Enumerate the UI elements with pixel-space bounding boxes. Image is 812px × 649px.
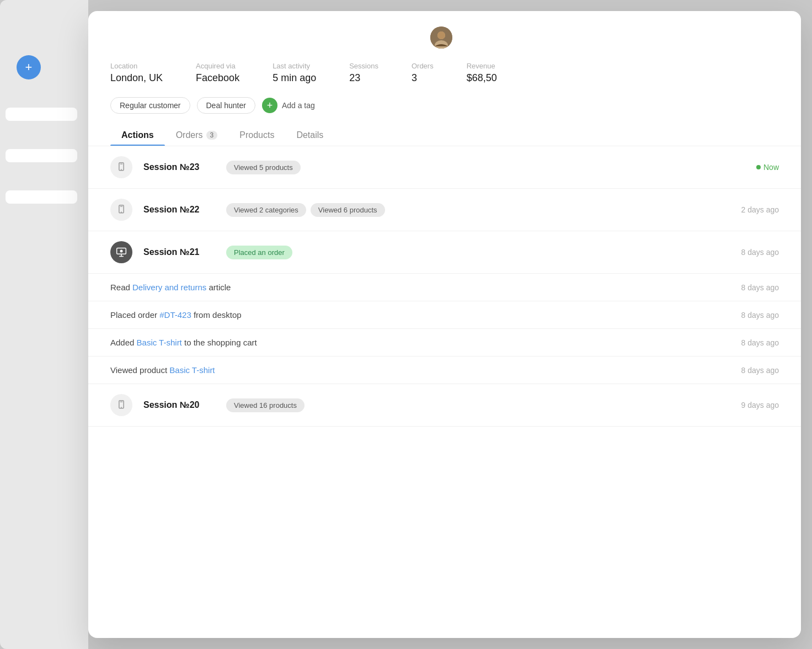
stat-item: Acquired via Facebook <box>196 62 239 84</box>
session-row[interactable]: Session №20 Viewed 16 products 9 days ag… <box>88 384 801 427</box>
tag-pill[interactable]: Regular customer <box>110 97 190 114</box>
session-name: Session №22 <box>143 205 215 215</box>
stat-label: Revenue <box>467 62 497 70</box>
session-name: Session №23 <box>143 162 215 172</box>
stat-label: Sessions <box>349 62 378 70</box>
tab-label: Details <box>296 130 323 140</box>
add-tag-icon: + <box>262 98 277 113</box>
action-text: Added Basic T-shirt to the shopping cart <box>110 338 257 347</box>
stat-item: Last activity 5 min ago <box>273 62 316 84</box>
tab-label: Products <box>239 130 274 140</box>
tab-orders[interactable]: Orders3 <box>165 125 229 146</box>
stat-item: Sessions 23 <box>349 62 378 84</box>
stat-value: 3 <box>412 72 434 84</box>
sidebar-card-rem <box>6 190 77 204</box>
session-tag: Viewed 6 products <box>311 203 385 217</box>
tags-row: Regular customerDeal hunter + Add a tag <box>110 97 779 114</box>
stat-value: 23 <box>349 72 378 84</box>
session-tags: Viewed 5 products <box>226 161 745 174</box>
svg-point-5 <box>121 169 122 170</box>
stat-label: Orders <box>412 62 434 70</box>
session-tag: Viewed 5 products <box>226 161 301 174</box>
stats-row: Location London, UK Acquired via Faceboo… <box>110 62 779 84</box>
stat-value: London, UK <box>110 72 163 84</box>
action-time: 8 days ago <box>741 366 779 375</box>
action-time: 8 days ago <box>741 338 779 347</box>
action-time: 8 days ago <box>741 283 779 292</box>
modal-content[interactable]: Session №23 Viewed 5 products Now Sessio… <box>88 146 801 638</box>
now-dot <box>756 165 761 169</box>
svg-point-15 <box>121 407 122 408</box>
session-tag: Viewed 2 categories <box>226 203 306 217</box>
stat-value: Facebook <box>196 72 239 84</box>
sidebar-card-orders <box>6 149 77 162</box>
action-link[interactable]: Basic T-shirt <box>169 365 215 375</box>
session-tags: Viewed 16 products <box>226 398 730 412</box>
avatar <box>430 26 452 49</box>
session-time: 9 days ago <box>741 401 779 409</box>
tab-label: Orders <box>176 130 203 140</box>
session-row[interactable]: Session №22 Viewed 2 categoriesViewed 6 … <box>88 189 801 231</box>
session-icon <box>110 241 132 263</box>
session-row[interactable]: Session №21 Placed an order 8 days ago <box>88 231 801 274</box>
action-text: Read Delivery and returns article <box>110 283 231 292</box>
modal-header: Location London, UK Acquired via Faceboo… <box>88 11 801 146</box>
customer-modal: Location London, UK Acquired via Faceboo… <box>88 11 801 638</box>
action-row: Viewed product Basic T-shirt 8 days ago <box>88 357 801 384</box>
action-row: Added Basic T-shirt to the shopping cart… <box>88 329 801 357</box>
session-name: Session №21 <box>143 247 215 257</box>
tab-products[interactable]: Products <box>228 125 285 146</box>
now-label: Now <box>763 163 779 172</box>
stat-label: Location <box>110 62 163 70</box>
session-name: Session №20 <box>143 400 215 410</box>
session-icon <box>110 156 132 178</box>
session-time: 8 days ago <box>741 248 779 257</box>
stat-label: Last activity <box>273 62 316 70</box>
stat-item: Location London, UK <box>110 62 163 84</box>
tag-pill[interactable]: Deal hunter <box>197 97 255 114</box>
action-link[interactable]: Delivery and returns <box>132 283 206 292</box>
add-tag-button[interactable]: + Add a tag <box>262 98 315 113</box>
svg-point-8 <box>121 211 122 212</box>
avatar-image <box>430 26 452 49</box>
tabs-row: ActionsOrders3ProductsDetails <box>110 125 779 146</box>
stat-label: Acquired via <box>196 62 239 70</box>
session-tag: Viewed 16 products <box>226 398 304 412</box>
action-text: Viewed product Basic T-shirt <box>110 365 215 375</box>
action-link[interactable]: Basic T-shirt <box>137 338 182 347</box>
now-indicator: Now <box>756 163 779 172</box>
session-tags: Placed an order <box>226 246 730 259</box>
session-tag: Placed an order <box>226 246 292 259</box>
stat-value: $68,50 <box>467 72 497 84</box>
session-icon <box>110 394 132 416</box>
action-text: Placed order #DT-423 from desktop <box>110 310 242 320</box>
stat-value: 5 min ago <box>273 72 316 84</box>
sidebar-card-last-activity <box>6 108 77 121</box>
user-title <box>110 26 779 49</box>
bg-sidebar: + <box>0 0 88 649</box>
action-time: 8 days ago <box>741 311 779 320</box>
session-icon <box>110 199 132 221</box>
tab-details[interactable]: Details <box>285 125 334 146</box>
svg-point-13 <box>120 249 123 252</box>
session-time: 2 days ago <box>741 205 779 214</box>
add-tag-label: Add a tag <box>282 101 315 110</box>
stat-item: Orders 3 <box>412 62 434 84</box>
tab-badge: 3 <box>206 131 218 140</box>
tab-label: Actions <box>121 130 154 140</box>
session-tags: Viewed 2 categoriesViewed 6 products <box>226 203 730 217</box>
action-row: Read Delivery and returns article 8 days… <box>88 274 801 301</box>
stat-item: Revenue $68,50 <box>467 62 497 84</box>
session-row[interactable]: Session №23 Viewed 5 products Now <box>88 146 801 189</box>
add-button[interactable]: + <box>17 55 41 79</box>
action-row: Placed order #DT-423 from desktop 8 days… <box>88 301 801 329</box>
tab-actions[interactable]: Actions <box>110 125 165 146</box>
screen-wrapper: + <box>0 0 812 649</box>
svg-point-3 <box>437 31 445 39</box>
action-link[interactable]: #DT-423 <box>159 310 191 320</box>
